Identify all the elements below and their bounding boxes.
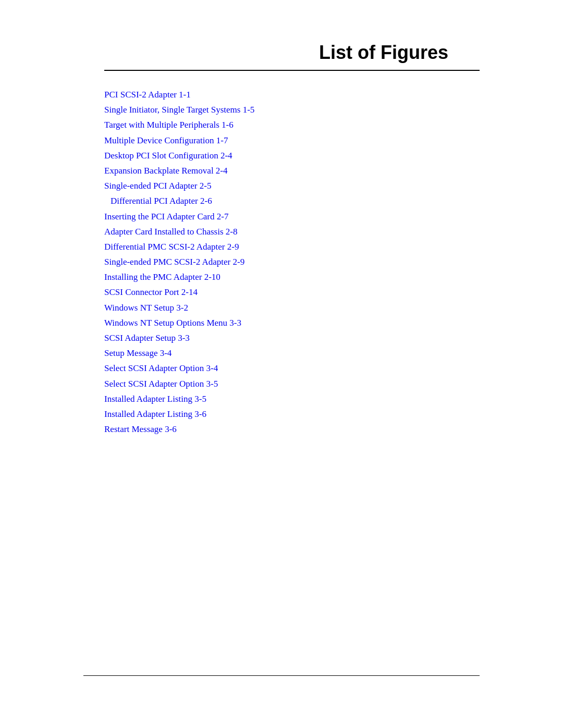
page-title: List of Figures: [104, 42, 448, 64]
figure-link[interactable]: Multiple Device Configuration 1-7: [104, 135, 228, 145]
list-item: Target with Multiple Peripherals 1-6: [104, 118, 480, 132]
figure-link[interactable]: Differential PCI Adapter 2-6: [111, 196, 212, 206]
bottom-divider: [83, 675, 480, 676]
figure-link[interactable]: Single-ended PCI Adapter 2-5: [104, 181, 211, 191]
figure-link[interactable]: Windows NT Setup 3-2: [104, 303, 188, 313]
figure-link[interactable]: Target with Multiple Peripherals 1-6: [104, 120, 234, 130]
list-item: Desktop PCI Slot Configuration 2-4: [104, 149, 480, 163]
list-item: Select SCSI Adapter Option 3-5: [104, 377, 480, 391]
figures-list: PCI SCSI-2 Adapter 1-1Single Initiator, …: [104, 88, 480, 436]
figure-link[interactable]: Single-ended PMC SCSI-2 Adapter 2-9: [104, 257, 244, 267]
list-item: Single-ended PMC SCSI-2 Adapter 2-9: [104, 255, 480, 269]
list-item: Installing the PMC Adapter 2-10: [104, 270, 480, 284]
list-item: Expansion Backplate Removal 2-4: [104, 164, 480, 178]
figure-link[interactable]: Expansion Backplate Removal 2-4: [104, 166, 228, 176]
list-item: Differential PCI Adapter 2-6: [104, 194, 480, 208]
page-title-section: List of Figures: [104, 42, 480, 64]
list-item: Installed Adapter Listing 3-5: [104, 392, 480, 406]
figure-link[interactable]: Installed Adapter Listing 3-5: [104, 394, 206, 404]
page-container: List of Figures PCI SCSI-2 Adapter 1-1Si…: [0, 0, 563, 728]
figure-link[interactable]: Setup Message 3-4: [104, 348, 172, 358]
list-item: SCSI Adapter Setup 3-3: [104, 331, 480, 345]
figure-link[interactable]: Inserting the PCI Adapter Card 2-7: [104, 212, 228, 221]
list-item: Setup Message 3-4: [104, 346, 480, 360]
list-item: PCI SCSI-2 Adapter 1-1: [104, 88, 480, 102]
content-area: List of Figures PCI SCSI-2 Adapter 1-1Si…: [0, 0, 563, 479]
list-item: Adapter Card Installed to Chassis 2-8: [104, 225, 480, 239]
list-item: Single Initiator, Single Target Systems …: [104, 103, 480, 117]
list-item: Restart Message 3-6: [104, 422, 480, 436]
list-item: Installed Adapter Listing 3-6: [104, 407, 480, 421]
figure-link[interactable]: SCSI Connector Port 2-14: [104, 287, 198, 297]
figure-link[interactable]: SCSI Adapter Setup 3-3: [104, 333, 190, 343]
list-item: Inserting the PCI Adapter Card 2-7: [104, 209, 480, 224]
list-item: Differential PMC SCSI-2 Adapter 2-9: [104, 240, 480, 254]
figure-link[interactable]: PCI SCSI-2 Adapter 1-1: [104, 90, 191, 100]
figure-link[interactable]: Windows NT Setup Options Menu 3-3: [104, 318, 241, 328]
list-item: Multiple Device Configuration 1-7: [104, 133, 480, 147]
list-item: Select SCSI Adapter Option 3-4: [104, 361, 480, 375]
figure-link[interactable]: Adapter Card Installed to Chassis 2-8: [104, 227, 237, 237]
list-item: SCSI Connector Port 2-14: [104, 285, 480, 299]
list-item: Windows NT Setup 3-2: [104, 301, 480, 315]
figure-link[interactable]: Desktop PCI Slot Configuration 2-4: [104, 151, 232, 161]
figure-link[interactable]: Installing the PMC Adapter 2-10: [104, 272, 221, 282]
figure-link[interactable]: Installed Adapter Listing 3-6: [104, 409, 206, 419]
figure-link[interactable]: Select SCSI Adapter Option 3-5: [104, 379, 218, 389]
figure-link[interactable]: Restart Message 3-6: [104, 424, 177, 434]
figure-link[interactable]: Single Initiator, Single Target Systems …: [104, 105, 254, 115]
list-item: Single-ended PCI Adapter 2-5: [104, 179, 480, 193]
figure-link[interactable]: Differential PMC SCSI-2 Adapter 2-9: [104, 242, 239, 252]
top-divider: [104, 70, 480, 71]
list-item: Windows NT Setup Options Menu 3-3: [104, 316, 480, 330]
figure-link[interactable]: Select SCSI Adapter Option 3-4: [104, 363, 218, 373]
